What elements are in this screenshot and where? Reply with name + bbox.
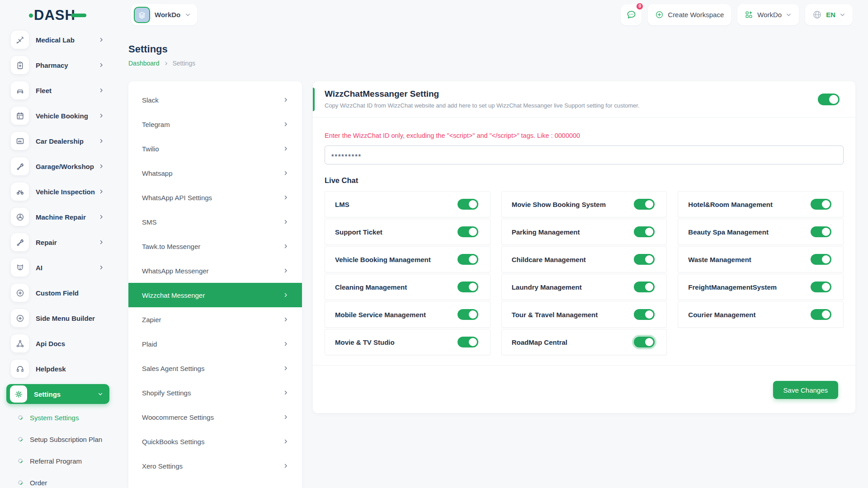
vehicle-booking-toggle[interactable] — [458, 254, 478, 265]
settings-nav-twilio[interactable]: Twilio — [128, 136, 302, 161]
mobile-service-toggle[interactable] — [458, 309, 478, 320]
logo-dash — [71, 14, 86, 17]
language-label: EN — [826, 11, 835, 19]
wizzchat-setting-card: WizzChatMessanger Setting Copy WizzChat … — [313, 81, 855, 413]
settings-nav-whatsapp[interactable]: Whatsapp — [128, 161, 302, 185]
syringe-icon — [11, 31, 29, 49]
wizzchat-enabled-toggle[interactable] — [818, 94, 840, 105]
create-workspace-button[interactable]: Create Workspace — [648, 4, 731, 25]
workspace-menu-button[interactable]: WorkDo — [737, 4, 799, 25]
save-changes-button[interactable]: Save Changes — [773, 381, 838, 399]
waste-toggle[interactable] — [811, 254, 831, 265]
sidebar-item-api-docs[interactable]: Api Docs — [0, 331, 118, 356]
settings-nav-whatsapp-api[interactable]: WhatsApp API Settings — [128, 185, 302, 210]
sidebar-subitem-order[interactable]: Order — [0, 472, 118, 488]
sidebar-item-helpdesk[interactable]: Helpdesk — [0, 356, 118, 381]
sidebar-item-car-dealership[interactable]: Car Dealership — [0, 128, 118, 154]
chevron-right-icon — [99, 37, 104, 42]
childcare-toggle[interactable] — [634, 254, 655, 265]
roadmap-central-toggle[interactable] — [634, 337, 655, 347]
sidebar-item-garage-workshop[interactable]: Garage/Workshop — [0, 154, 118, 179]
api-icon — [11, 334, 29, 352]
app: DASH WorkDo 0 Create Workspace WorkDo — [0, 0, 868, 488]
clipboard-icon — [11, 56, 29, 74]
chevron-right-icon — [283, 390, 288, 395]
toggle-row-movie-tv-studio: Movie & TV Studio — [325, 329, 491, 355]
chevron-right-icon — [283, 244, 288, 249]
sidebar-subitem-referral-program[interactable]: Referral Program — [0, 450, 118, 472]
sidebar: Medical Lab Pharmacy Fleet Vehicle Booki… — [0, 27, 118, 488]
settings-nav-quickbooks[interactable]: QuickBooks Settings — [128, 429, 302, 454]
chevron-right-icon — [283, 219, 288, 225]
settings-nav-whatsapp-messenger[interactable]: WhatsApp Messenger — [128, 258, 302, 283]
breadcrumb-dashboard-link[interactable]: Dashboard — [128, 60, 160, 67]
settings-nav-wizzchat-messenger[interactable]: Wizzchat Messenger — [128, 283, 302, 307]
sidebar-subitem-system-settings[interactable]: System Settings — [0, 407, 118, 428]
sidebar-item-medical-lab[interactable]: Medical Lab — [0, 27, 118, 52]
support-ticket-toggle[interactable] — [458, 226, 478, 237]
sidebar-item-settings[interactable]: Settings — [6, 384, 109, 404]
workspace-building-icon — [134, 7, 150, 23]
toggle-row-beauty-spa: Beauty Spa Management — [678, 219, 844, 245]
cleaning-toggle[interactable] — [458, 282, 478, 292]
bullet-icon — [17, 479, 24, 486]
settings-nav-zapier[interactable]: Zapier — [128, 307, 302, 332]
tour-travel-toggle[interactable] — [634, 309, 655, 320]
sidebar-item-vehicle-booking[interactable]: Vehicle Booking — [0, 103, 118, 128]
language-selector[interactable]: EN — [805, 4, 853, 25]
card-footer: Save Changes — [313, 365, 855, 414]
sidebar-item-side-menu-builder[interactable]: Side Menu Builder — [0, 305, 118, 331]
settings-nav-xero[interactable]: Xero Settings — [128, 454, 302, 478]
movie-tv-studio-toggle[interactable] — [458, 337, 478, 347]
chevron-right-icon — [283, 268, 288, 273]
settings-nav-sales-agent[interactable]: Sales Agent Settings — [128, 356, 302, 380]
sidebar-item-fleet[interactable]: Fleet — [0, 78, 118, 103]
toggle-row-mobile-service: Mobile Service Management — [325, 301, 491, 328]
messages-button[interactable]: 0 — [621, 5, 642, 25]
sidebar-item-pharmacy[interactable]: Pharmacy — [0, 52, 118, 78]
settings-nav-tawkto[interactable]: Tawk.to Messenger — [128, 234, 302, 258]
settings-nav-shopify[interactable]: Shopify Settings — [128, 380, 302, 405]
toggle-row-tour-travel: Tour & Travel Management — [501, 301, 667, 328]
car-icon — [11, 81, 29, 99]
chevron-down-icon — [185, 12, 191, 18]
settings-nav-telegram[interactable]: Telegram — [128, 112, 302, 136]
beauty-spa-toggle[interactable] — [811, 226, 831, 237]
settings-nav-woocommerce[interactable]: Woocommerce Settings — [128, 405, 302, 429]
fan-icon — [11, 208, 29, 226]
sidebar-item-ai[interactable]: AI — [0, 255, 118, 280]
chevron-right-icon — [99, 214, 104, 220]
toggle-row-vehicle-booking: Vehicle Booking Management — [325, 246, 491, 272]
laundry-toggle[interactable] — [634, 282, 655, 292]
top-right-actions: 0 Create Workspace WorkDo EN — [621, 4, 853, 25]
breadcrumb-current: Settings — [173, 60, 196, 67]
movie-show-booking-toggle[interactable] — [634, 199, 655, 210]
courier-toggle[interactable] — [811, 309, 831, 320]
sidebar-item-custom-field[interactable]: Custom Field — [0, 280, 118, 305]
lms-toggle[interactable] — [458, 199, 478, 210]
settings-nav-sms[interactable]: SMS — [128, 210, 302, 234]
chat-bubble-icon — [626, 9, 637, 20]
sidebar-subitem-setup-subscription-plan[interactable]: Setup Subscription Plan — [0, 428, 118, 450]
wrench-icon — [11, 233, 29, 251]
bullet-icon — [17, 458, 24, 464]
freight-toggle[interactable] — [811, 282, 831, 292]
settings-nav-slack[interactable]: Slack — [128, 88, 302, 112]
hotel-room-toggle[interactable] — [811, 199, 831, 210]
wizzchat-id-input[interactable] — [325, 145, 844, 164]
chevron-right-icon — [283, 122, 288, 127]
sidebar-item-repair[interactable]: Repair — [0, 230, 118, 255]
headset-icon — [11, 360, 29, 378]
chevron-right-icon — [283, 292, 288, 298]
workspace-switcher[interactable]: WorkDo — [131, 4, 197, 25]
toggle-row-parking: Parking Management — [501, 219, 667, 245]
settings-nav-plaid[interactable]: Plaid — [128, 332, 302, 356]
chevron-right-icon — [283, 195, 288, 200]
page-title: Settings — [128, 43, 195, 55]
live-chat-title: Live Chat — [325, 176, 844, 185]
sidebar-item-machine-repair[interactable]: Machine Repair — [0, 204, 118, 230]
breadcrumb: Dashboard Settings — [128, 60, 195, 67]
parking-toggle[interactable] — [634, 226, 655, 237]
page-head: Settings Dashboard Settings — [128, 43, 195, 67]
sidebar-item-vehicle-inspection[interactable]: Vehicle Inspection — [0, 179, 118, 204]
